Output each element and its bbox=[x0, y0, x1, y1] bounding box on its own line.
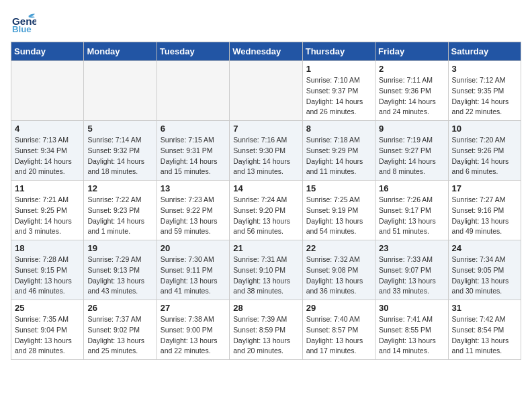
weekday-header-friday: Friday bbox=[375, 42, 448, 61]
calendar-day-empty bbox=[11, 61, 84, 121]
calendar-day-16: 16Sunrise: 7:26 AM Sunset: 9:17 PM Dayli… bbox=[375, 181, 448, 240]
day-number: 20 bbox=[161, 243, 226, 253]
calendar-day-empty bbox=[157, 61, 229, 121]
day-detail: Sunrise: 7:31 AM Sunset: 9:10 PM Dayligh… bbox=[233, 255, 298, 297]
calendar-day-19: 19Sunrise: 7:29 AM Sunset: 9:13 PM Dayli… bbox=[84, 240, 157, 300]
weekday-header-saturday: Saturday bbox=[448, 42, 521, 61]
calendar-day-28: 28Sunrise: 7:39 AM Sunset: 8:59 PM Dayli… bbox=[230, 300, 302, 360]
calendar-day-empty bbox=[84, 61, 157, 121]
day-detail: Sunrise: 7:41 AM Sunset: 8:55 PM Dayligh… bbox=[379, 314, 444, 357]
day-detail: Sunrise: 7:20 AM Sunset: 9:26 PM Dayligh… bbox=[452, 135, 517, 177]
calendar-day-6: 6Sunrise: 7:15 AM Sunset: 9:31 PM Daylig… bbox=[157, 121, 229, 181]
weekday-header-thursday: Thursday bbox=[302, 42, 375, 61]
weekday-header-sunday: Sunday bbox=[11, 42, 84, 61]
day-number: 24 bbox=[452, 243, 517, 253]
calendar-day-8: 8Sunrise: 7:18 AM Sunset: 9:29 PM Daylig… bbox=[302, 121, 375, 181]
day-number: 10 bbox=[452, 124, 517, 134]
calendar-day-29: 29Sunrise: 7:40 AM Sunset: 8:57 PM Dayli… bbox=[302, 300, 375, 360]
calendar-day-7: 7Sunrise: 7:16 AM Sunset: 9:30 PM Daylig… bbox=[230, 121, 302, 181]
calendar-week-row: 11Sunrise: 7:21 AM Sunset: 9:25 PM Dayli… bbox=[11, 181, 521, 240]
day-detail: Sunrise: 7:26 AM Sunset: 9:17 PM Dayligh… bbox=[379, 195, 444, 237]
calendar-week-row: 4Sunrise: 7:13 AM Sunset: 9:34 PM Daylig… bbox=[11, 121, 521, 181]
day-number: 12 bbox=[87, 183, 152, 193]
day-number: 4 bbox=[15, 124, 80, 134]
logo: General Blue bbox=[11, 11, 39, 36]
day-detail: Sunrise: 7:21 AM Sunset: 9:25 PM Dayligh… bbox=[15, 195, 80, 237]
day-detail: Sunrise: 7:19 AM Sunset: 9:27 PM Dayligh… bbox=[379, 135, 444, 177]
calendar-day-22: 22Sunrise: 7:32 AM Sunset: 9:08 PM Dayli… bbox=[302, 240, 375, 300]
day-number: 13 bbox=[161, 183, 226, 193]
day-detail: Sunrise: 7:18 AM Sunset: 9:29 PM Dayligh… bbox=[306, 135, 371, 177]
day-detail: Sunrise: 7:24 AM Sunset: 9:20 PM Dayligh… bbox=[233, 195, 298, 237]
day-number: 2 bbox=[379, 64, 444, 74]
weekday-header-tuesday: Tuesday bbox=[157, 42, 229, 61]
calendar-day-10: 10Sunrise: 7:20 AM Sunset: 9:26 PM Dayli… bbox=[448, 121, 521, 181]
day-number: 14 bbox=[233, 183, 298, 193]
calendar-day-27: 27Sunrise: 7:38 AM Sunset: 9:00 PM Dayli… bbox=[157, 300, 229, 360]
day-detail: Sunrise: 7:35 AM Sunset: 9:04 PM Dayligh… bbox=[15, 314, 80, 357]
day-number: 26 bbox=[87, 303, 152, 313]
day-number: 22 bbox=[306, 243, 371, 253]
day-detail: Sunrise: 7:29 AM Sunset: 9:13 PM Dayligh… bbox=[87, 255, 152, 297]
calendar-week-row: 1Sunrise: 7:10 AM Sunset: 9:37 PM Daylig… bbox=[11, 61, 521, 121]
calendar-day-1: 1Sunrise: 7:10 AM Sunset: 9:37 PM Daylig… bbox=[302, 61, 375, 121]
calendar-day-31: 31Sunrise: 7:42 AM Sunset: 8:54 PM Dayli… bbox=[448, 300, 521, 360]
weekday-header-wednesday: Wednesday bbox=[230, 42, 302, 61]
calendar-day-26: 26Sunrise: 7:37 AM Sunset: 9:02 PM Dayli… bbox=[84, 300, 157, 360]
day-number: 21 bbox=[233, 243, 298, 253]
header: General Blue bbox=[11, 11, 521, 36]
calendar-day-30: 30Sunrise: 7:41 AM Sunset: 8:55 PM Dayli… bbox=[375, 300, 448, 360]
day-detail: Sunrise: 7:25 AM Sunset: 9:19 PM Dayligh… bbox=[306, 195, 371, 237]
calendar-day-13: 13Sunrise: 7:23 AM Sunset: 9:22 PM Dayli… bbox=[157, 181, 229, 240]
day-detail: Sunrise: 7:30 AM Sunset: 9:11 PM Dayligh… bbox=[161, 255, 226, 297]
calendar-table: SundayMondayTuesdayWednesdayThursdayFrid… bbox=[11, 42, 521, 360]
calendar-day-23: 23Sunrise: 7:33 AM Sunset: 9:07 PM Dayli… bbox=[375, 240, 448, 300]
day-number: 5 bbox=[87, 124, 152, 134]
day-detail: Sunrise: 7:12 AM Sunset: 9:35 PM Dayligh… bbox=[452, 75, 517, 118]
day-detail: Sunrise: 7:42 AM Sunset: 8:54 PM Dayligh… bbox=[452, 314, 517, 357]
calendar-day-5: 5Sunrise: 7:14 AM Sunset: 9:32 PM Daylig… bbox=[84, 121, 157, 181]
calendar-day-12: 12Sunrise: 7:22 AM Sunset: 9:23 PM Dayli… bbox=[84, 181, 157, 240]
day-number: 3 bbox=[452, 64, 517, 74]
day-number: 9 bbox=[379, 124, 444, 134]
day-number: 27 bbox=[161, 303, 226, 313]
calendar-day-2: 2Sunrise: 7:11 AM Sunset: 9:36 PM Daylig… bbox=[375, 61, 448, 121]
day-detail: Sunrise: 7:14 AM Sunset: 9:32 PM Dayligh… bbox=[87, 135, 152, 177]
calendar-week-row: 18Sunrise: 7:28 AM Sunset: 9:15 PM Dayli… bbox=[11, 240, 521, 300]
calendar-day-21: 21Sunrise: 7:31 AM Sunset: 9:10 PM Dayli… bbox=[230, 240, 302, 300]
day-number: 23 bbox=[379, 243, 444, 253]
day-number: 30 bbox=[379, 303, 444, 313]
day-number: 7 bbox=[233, 124, 298, 134]
calendar-week-row: 25Sunrise: 7:35 AM Sunset: 9:04 PM Dayli… bbox=[11, 300, 521, 360]
day-number: 31 bbox=[452, 303, 517, 313]
calendar-day-17: 17Sunrise: 7:27 AM Sunset: 9:16 PM Dayli… bbox=[448, 181, 521, 240]
day-detail: Sunrise: 7:32 AM Sunset: 9:08 PM Dayligh… bbox=[306, 255, 371, 297]
day-detail: Sunrise: 7:10 AM Sunset: 9:37 PM Dayligh… bbox=[306, 75, 371, 118]
weekday-header-row: SundayMondayTuesdayWednesdayThursdayFrid… bbox=[11, 42, 521, 61]
day-number: 28 bbox=[233, 303, 298, 313]
calendar-day-14: 14Sunrise: 7:24 AM Sunset: 9:20 PM Dayli… bbox=[230, 181, 302, 240]
day-number: 17 bbox=[452, 183, 517, 193]
day-detail: Sunrise: 7:39 AM Sunset: 8:59 PM Dayligh… bbox=[233, 314, 298, 357]
svg-text:Blue: Blue bbox=[12, 24, 32, 34]
weekday-header-monday: Monday bbox=[84, 42, 157, 61]
day-number: 25 bbox=[15, 303, 80, 313]
day-number: 8 bbox=[306, 124, 371, 134]
calendar-day-9: 9Sunrise: 7:19 AM Sunset: 9:27 PM Daylig… bbox=[375, 121, 448, 181]
calendar-day-3: 3Sunrise: 7:12 AM Sunset: 9:35 PM Daylig… bbox=[448, 61, 521, 121]
day-number: 29 bbox=[306, 303, 371, 313]
day-detail: Sunrise: 7:33 AM Sunset: 9:07 PM Dayligh… bbox=[379, 255, 444, 297]
day-detail: Sunrise: 7:22 AM Sunset: 9:23 PM Dayligh… bbox=[87, 195, 152, 237]
day-detail: Sunrise: 7:13 AM Sunset: 9:34 PM Dayligh… bbox=[15, 135, 80, 177]
day-detail: Sunrise: 7:40 AM Sunset: 8:57 PM Dayligh… bbox=[306, 314, 371, 357]
day-detail: Sunrise: 7:38 AM Sunset: 9:00 PM Dayligh… bbox=[161, 314, 226, 357]
day-number: 16 bbox=[379, 183, 444, 193]
calendar-day-11: 11Sunrise: 7:21 AM Sunset: 9:25 PM Dayli… bbox=[11, 181, 84, 240]
calendar-day-25: 25Sunrise: 7:35 AM Sunset: 9:04 PM Dayli… bbox=[11, 300, 84, 360]
day-detail: Sunrise: 7:16 AM Sunset: 9:30 PM Dayligh… bbox=[233, 135, 298, 177]
day-detail: Sunrise: 7:37 AM Sunset: 9:02 PM Dayligh… bbox=[87, 314, 152, 357]
day-detail: Sunrise: 7:15 AM Sunset: 9:31 PM Dayligh… bbox=[161, 135, 226, 177]
day-detail: Sunrise: 7:11 AM Sunset: 9:36 PM Dayligh… bbox=[379, 75, 444, 118]
day-number: 1 bbox=[306, 64, 371, 74]
calendar-day-4: 4Sunrise: 7:13 AM Sunset: 9:34 PM Daylig… bbox=[11, 121, 84, 181]
